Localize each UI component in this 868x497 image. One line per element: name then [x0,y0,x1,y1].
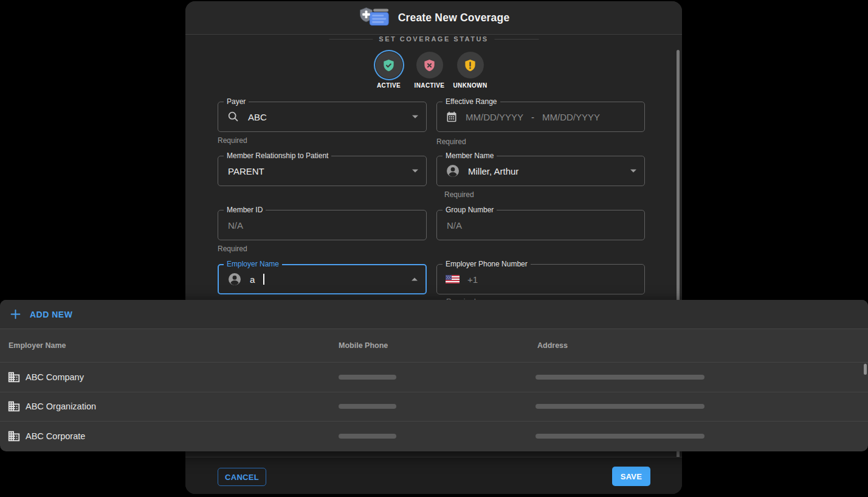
building-icon [7,400,21,413]
employer-row-abc-corporate[interactable]: ABC Corporate [0,422,868,451]
shield-exclamation-icon [463,58,477,72]
mobile-phone-skeleton [339,434,396,439]
employer-phone-input[interactable]: Employer Phone Number +1 [436,264,645,294]
us-flag-icon[interactable] [446,275,460,283]
address-skeleton [536,404,704,409]
status-options: ACTIVE INACTIVE UNKNOWN [185,52,673,89]
shield-x-icon [422,58,436,72]
status-option-unknown[interactable]: UNKNOWN [452,52,489,89]
plus-icon [10,309,21,319]
mobile-phone-skeleton [339,404,396,409]
chevron-down-icon[interactable] [630,170,636,173]
employer-row-abc-company[interactable]: ABC Company [0,363,868,392]
effective-range-field[interactable]: Effective Range MM/DD/YYYY - MM/DD/YYYY [436,102,645,132]
status-option-inactive[interactable]: INACTIVE [412,52,448,89]
mobile-phone-skeleton [339,375,396,380]
member-name-field[interactable]: Member Name Miller, Arthur [436,156,645,186]
column-header-address: Address [537,341,568,350]
payer-label: Payer [224,97,249,106]
range-separator: - [531,112,534,122]
payer-field[interactable]: Payer ABC [218,102,427,132]
range-start-input[interactable]: MM/DD/YYYY [466,112,523,122]
employer-name-label: Employer Name [224,260,282,269]
column-header-employer-name: Employer Name [9,341,66,350]
payer-value: ABC [248,112,267,122]
divider-line [495,39,539,40]
active-status-circle[interactable] [376,52,402,78]
address-skeleton [536,434,704,439]
section-title: SET COVERAGE STATUS [379,35,488,43]
payer-required-helper: Required [218,136,247,145]
modal-header: Create New Coverage [185,1,682,35]
effective-range-label: Effective Range [443,97,500,106]
person-icon [446,164,460,178]
add-new-employer-button[interactable]: ADD NEW [0,300,868,329]
member-id-label: Member ID [224,206,266,215]
person-icon [227,272,242,287]
column-header-mobile-phone: Mobile Phone [339,341,388,350]
add-new-label: ADD NEW [30,310,72,319]
effective-range-required-helper: Required [436,137,466,146]
modal-footer: CANCEL SAVE [185,457,682,494]
group-number-placeholder: N/A [447,220,462,231]
building-icon [7,429,21,443]
unknown-status-circle[interactable] [457,52,484,78]
status-label: UNKNOWN [453,82,487,89]
employer-name-cell: ABC Organization [26,401,96,411]
member-id-placeholder: N/A [228,220,243,231]
employer-row-abc-organization[interactable]: ABC Organization [0,392,868,422]
calendar-icon[interactable] [446,111,458,123]
address-skeleton [536,375,704,380]
save-button[interactable]: SAVE [612,467,650,486]
dropdown-scrollbar[interactable] [864,364,867,375]
member-id-required-helper: Required [218,245,247,253]
employer-name-cell: ABC Corporate [26,431,85,441]
coverage-status-section-divider: SET COVERAGE STATUS [329,35,539,43]
group-number-label: Group Number [443,206,497,215]
shield-check-icon [382,58,396,72]
employer-name-input[interactable]: Employer Name a [218,264,427,294]
search-icon [227,110,240,123]
divider-line [329,39,373,40]
member-id-input[interactable]: Member ID N/A [218,210,427,240]
status-option-active[interactable]: ACTIVE [371,52,407,89]
employer-table-header: Employer Name Mobile Phone Address [0,329,868,363]
text-cursor [263,274,264,285]
coverage-card-icon [358,6,391,29]
inactive-status-circle[interactable] [416,52,443,78]
relationship-label: Member Relationship to Patient [224,151,331,161]
building-icon [7,370,21,384]
member-name-label: Member Name [443,151,497,161]
chevron-up-icon[interactable] [412,278,418,281]
range-end-input[interactable]: MM/DD/YYYY [542,112,600,122]
relationship-select[interactable]: Member Relationship to Patient PARENT [218,156,427,186]
status-label: ACTIVE [377,82,401,89]
employer-dropdown-panel: ADD NEW Employer Name Mobile Phone Addre… [0,300,868,451]
member-name-value: Miller, Arthur [468,166,518,176]
employer-name-value: a [250,274,255,285]
employer-name-cell: ABC Company [26,372,84,382]
relationship-value: PARENT [228,166,264,176]
employer-phone-label: Employer Phone Number [443,260,531,269]
group-number-input[interactable]: Group Number N/A [436,210,645,240]
dial-code: +1 [467,274,478,285]
member-name-required-helper: Required [444,190,474,199]
modal-title: Create New Coverage [398,12,510,24]
status-label: INACTIVE [415,82,445,89]
cancel-button[interactable]: CANCEL [218,468,266,486]
chevron-down-icon[interactable] [412,116,418,119]
chevron-down-icon[interactable] [412,170,418,173]
